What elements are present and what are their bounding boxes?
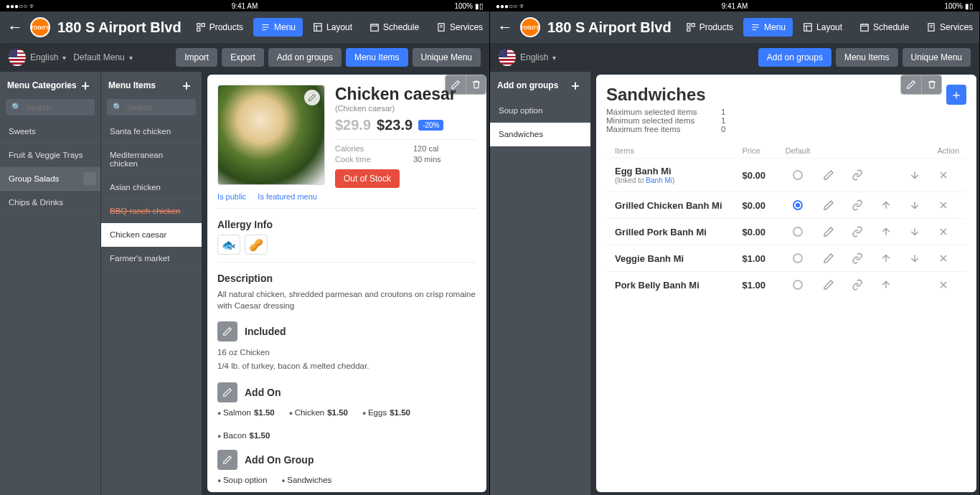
nav-products[interactable]: Products bbox=[679, 18, 740, 37]
remove-icon[interactable] bbox=[938, 226, 966, 237]
edit-group-button[interactable] bbox=[901, 75, 921, 94]
list-item[interactable]: Sandwiches bbox=[490, 123, 590, 146]
add-item-button[interactable]: ＋ bbox=[179, 77, 194, 93]
language-selector[interactable]: English▾ bbox=[9, 49, 66, 66]
move-up-icon[interactable] bbox=[880, 199, 909, 211]
addon-groups-column: Add on groups＋ Soup optionSandwiches bbox=[490, 72, 590, 495]
default-radio[interactable] bbox=[793, 280, 803, 290]
default-radio[interactable] bbox=[793, 170, 803, 180]
link-icon[interactable] bbox=[852, 253, 880, 264]
edit-icon[interactable] bbox=[823, 169, 852, 181]
discount-badge: -20% bbox=[418, 120, 443, 131]
pill-export[interactable]: Export bbox=[222, 48, 264, 67]
edit-icon[interactable] bbox=[823, 226, 852, 237]
body-right: Add on groups＋ Soup optionSandwiches San… bbox=[490, 72, 979, 495]
default-radio[interactable] bbox=[793, 227, 803, 237]
delete-group-button[interactable] bbox=[921, 75, 941, 94]
list-item[interactable]: Sweets bbox=[0, 120, 100, 143]
back-button[interactable]: ← bbox=[7, 18, 23, 37]
link-icon[interactable] bbox=[852, 226, 880, 237]
svg-rect-4 bbox=[371, 24, 379, 31]
default-radio[interactable] bbox=[793, 200, 803, 210]
toolbar-pills: Add on groupsMenu ItemsUnique Menu bbox=[758, 48, 971, 67]
schedule-icon bbox=[369, 22, 380, 32]
link-icon[interactable] bbox=[852, 169, 880, 181]
is-public-link[interactable]: Is public bbox=[217, 192, 246, 201]
add-addon-group-button[interactable]: ＋ bbox=[567, 77, 583, 93]
move-up-icon[interactable] bbox=[880, 253, 909, 264]
col-items: Items bbox=[606, 146, 730, 155]
list-item[interactable]: Mediterranean chicken bbox=[101, 143, 202, 176]
move-down-icon[interactable] bbox=[909, 226, 938, 237]
carrier-dots: ●●●○○ bbox=[6, 2, 27, 10]
table-row: Veggie Banh Mi$1.00 bbox=[606, 245, 966, 271]
gear-icon[interactable] bbox=[83, 173, 95, 184]
toolbar-pills: ImportExportAdd on groupsMenu ItemsUniqu… bbox=[176, 48, 481, 67]
link-icon[interactable] bbox=[852, 279, 880, 291]
nav-products[interactable]: Products bbox=[189, 18, 250, 37]
move-down-icon[interactable] bbox=[909, 199, 938, 211]
edit-included-button[interactable] bbox=[217, 321, 237, 341]
nav-schedule[interactable]: Schedule bbox=[852, 18, 916, 37]
remove-icon[interactable] bbox=[938, 253, 966, 264]
edit-icon[interactable] bbox=[823, 279, 852, 291]
move-up-icon[interactable] bbox=[880, 279, 909, 291]
nav-menu[interactable]: Menu bbox=[743, 18, 793, 37]
remove-icon[interactable] bbox=[938, 169, 966, 181]
list-item[interactable]: Group Salads bbox=[0, 167, 100, 191]
list-item[interactable]: Chicken caesar bbox=[101, 223, 202, 247]
pill-unique-menu[interactable]: Unique Menu bbox=[413, 48, 481, 67]
language-selector[interactable]: English▾ bbox=[499, 49, 556, 66]
back-button[interactable]: ← bbox=[497, 18, 513, 37]
pill-import[interactable]: Import bbox=[176, 48, 217, 67]
linked-item[interactable]: Banh Mi bbox=[646, 176, 672, 184]
edit-addongroup-button[interactable] bbox=[217, 450, 237, 470]
edit-icon[interactable] bbox=[823, 199, 852, 211]
link-icon[interactable] bbox=[852, 199, 880, 211]
add-category-button[interactable]: ＋ bbox=[77, 77, 93, 93]
nav-layout[interactable]: Layout bbox=[306, 18, 359, 37]
categories-title: Menu Categories bbox=[7, 80, 77, 90]
list-item[interactable]: Fruit & Veggie Trays bbox=[0, 143, 100, 167]
categories-search-input[interactable] bbox=[26, 103, 89, 112]
pill-menu-items[interactable]: Menu Items bbox=[836, 48, 898, 67]
edit-addon-button[interactable] bbox=[217, 382, 237, 402]
move-down-icon[interactable] bbox=[909, 253, 938, 264]
battery-pct: 100% bbox=[454, 2, 473, 10]
pill-menu-items[interactable]: Menu Items bbox=[346, 48, 408, 67]
out-of-stock-button[interactable]: Out of Stock bbox=[335, 169, 400, 188]
is-featured-link[interactable]: Is featured menu bbox=[258, 192, 317, 201]
list-item[interactable]: BBQ ranch chicken bbox=[101, 199, 202, 223]
nav-schedule[interactable]: Schedule bbox=[362, 18, 426, 37]
items-search-input[interactable] bbox=[127, 103, 190, 112]
status-time: 9:41 AM bbox=[232, 2, 258, 10]
edit-icon[interactable] bbox=[823, 253, 852, 264]
list-item[interactable]: Santa fe chicken bbox=[101, 120, 202, 143]
pill-add-on-groups[interactable]: Add on groups bbox=[268, 48, 341, 67]
pill-unique-menu[interactable]: Unique Menu bbox=[903, 48, 971, 67]
nav-services[interactable]: Services bbox=[919, 18, 980, 37]
image-edit-button[interactable] bbox=[304, 90, 320, 105]
menu-selector[interactable]: Default Menu▾ bbox=[73, 52, 132, 62]
list-item[interactable]: Soup option bbox=[490, 99, 590, 123]
addon-group-item: Soup option bbox=[217, 476, 267, 484]
svg-rect-2 bbox=[197, 28, 199, 31]
nav-menu[interactable]: Menu bbox=[253, 18, 303, 37]
categories-search[interactable]: 🔍 bbox=[6, 99, 95, 116]
cooktime-label: Cook time bbox=[335, 155, 406, 164]
row-price: $0.00 bbox=[730, 200, 773, 211]
default-radio[interactable] bbox=[793, 253, 803, 263]
move-down-icon[interactable] bbox=[909, 169, 938, 181]
remove-icon[interactable] bbox=[938, 199, 966, 211]
nav-services[interactable]: Services bbox=[429, 18, 490, 37]
list-item[interactable]: Farmer's market bbox=[101, 247, 202, 270]
list-item[interactable]: Asian chicken bbox=[101, 176, 202, 199]
move-up-icon[interactable] bbox=[880, 226, 909, 237]
pill-add-on-groups[interactable]: Add on groups bbox=[758, 48, 831, 67]
nav-layout[interactable]: Layout bbox=[796, 18, 849, 37]
list-item[interactable]: Chips & Drinks bbox=[0, 191, 100, 214]
remove-icon[interactable] bbox=[938, 279, 966, 291]
items-search[interactable]: 🔍 bbox=[107, 99, 196, 116]
add-group-item-button[interactable]: ＋ bbox=[946, 85, 966, 105]
addon-item: Eggs$1.50 bbox=[362, 408, 410, 417]
